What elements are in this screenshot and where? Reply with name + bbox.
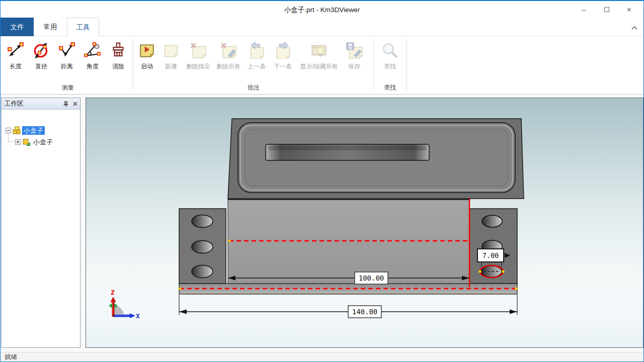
z-axis-label: Z — [111, 289, 115, 296]
ribbon-button-length[interactable]: 长度 — [4, 41, 28, 71]
tree-row-root[interactable]: 小盒子 — [6, 126, 45, 135]
note-next-icon — [274, 42, 291, 59]
tab-file[interactable]: 文件 — [1, 18, 34, 36]
ribbon-button-distance[interactable]: 距离 — [55, 41, 79, 71]
diameter-icon — [33, 42, 50, 59]
ribbon-group-measure: 长度 直径 — [4, 36, 132, 95]
close-button[interactable]: × — [618, 3, 640, 17]
ribbon-button-show-hide-all[interactable]: 显示/隐藏所有 — [296, 41, 342, 71]
ribbon-button-clear[interactable]: 清除 — [106, 41, 130, 71]
main-area: 工作区 — [1, 95, 643, 352]
group-label-annotation: 批注 — [135, 83, 372, 92]
note-start-icon — [138, 42, 155, 59]
coordinate-triad: Z X — [109, 289, 140, 320]
ribbon-button-find[interactable]: 查找 — [378, 41, 402, 71]
tree-connector — [8, 141, 15, 142]
angle-icon — [84, 42, 101, 59]
dimension-140-label[interactable]: 140.00 — [352, 308, 378, 316]
status-text: 就绪 — [5, 353, 17, 361]
app-window: 小盒子.prt - Km3DViewer – × 文件 常用 工具 — [0, 0, 644, 362]
group-separator — [133, 38, 133, 90]
ribbon-button-save-annotation[interactable]: 保存 — [343, 41, 366, 71]
workspace-panel: 工作区 — [1, 98, 80, 348]
x-axis-label: X — [136, 312, 140, 320]
note-showhide-icon — [310, 42, 328, 59]
expand-plus-icon[interactable] — [15, 139, 21, 145]
group-label-measure: 测量 — [4, 83, 132, 92]
minimize-button[interactable]: – — [573, 3, 595, 17]
ribbon-button-delete-selected[interactable]: 删除指定 — [184, 41, 213, 71]
collapse-ribbon-button[interactable] — [630, 24, 638, 30]
note-new-icon — [163, 42, 180, 59]
length-icon — [7, 42, 24, 59]
ribbon-group-find: 查找 查找 — [375, 36, 405, 95]
close-panel-icon[interactable] — [72, 101, 78, 107]
chevron-up-icon — [630, 25, 638, 31]
ribbon: 长度 直径 — [1, 36, 643, 95]
group-separator — [373, 38, 374, 90]
note-delete-all-icon — [220, 42, 237, 59]
status-bar: 就绪 — [1, 352, 643, 361]
ribbon-button-start-annotation[interactable]: 启动 — [135, 41, 158, 71]
tab-tools[interactable]: 工具 — [67, 18, 99, 37]
ribbon-button-delete-all[interactable]: 删除所有 — [214, 41, 243, 71]
part-icon — [22, 138, 30, 146]
ribbon-button-new-annotation[interactable]: 新建 — [159, 41, 183, 71]
window-title: 小盒子.prt - Km3DViewer — [1, 6, 643, 15]
titlebar[interactable]: 小盒子.prt - Km3DViewer – × — [1, 1, 643, 18]
tree-node-root-label[interactable]: 小盒子 — [22, 126, 45, 135]
workspace-panel-header: 工作区 — [2, 98, 80, 110]
ribbon-tab-row: 文件 常用 工具 — [1, 18, 643, 36]
3d-viewport-canvas[interactable]: 100.00 7.00 — [86, 98, 643, 347]
ribbon-button-next-annotation[interactable]: 下一条 — [270, 41, 295, 71]
pin-icon[interactable] — [63, 101, 69, 107]
clear-icon — [110, 42, 127, 59]
dimension-140[interactable]: 140.00 — [179, 295, 517, 318]
dimension-100-label[interactable]: 100.00 — [359, 274, 384, 282]
ribbon-button-previous-annotation[interactable]: 上一条 — [244, 41, 269, 71]
ribbon-group-annotation: 启动 新建 删除指定 — [135, 36, 372, 95]
group-label-find: 查找 — [375, 83, 405, 92]
assembly-icon — [13, 126, 21, 134]
workspace-panel-title: 工作区 — [5, 100, 24, 108]
dimension-7-label[interactable]: 7.00 — [482, 251, 499, 259]
group-separator — [406, 38, 407, 90]
3d-viewport[interactable]: 100.00 7.00 — [86, 98, 643, 348]
maximize-icon — [604, 7, 609, 12]
tab-home[interactable]: 常用 — [34, 18, 67, 36]
distance-icon — [58, 42, 75, 59]
note-prev-icon — [248, 42, 265, 59]
search-icon — [381, 42, 398, 59]
maximize-button[interactable] — [595, 3, 618, 17]
part-geometry — [179, 119, 524, 294]
y-axis-mark — [109, 303, 112, 308]
ribbon-button-angle[interactable]: 角度 — [80, 41, 105, 71]
x-axis-arrow — [130, 313, 135, 318]
collapse-minus-icon[interactable] — [6, 128, 11, 133]
note-delete-one-icon — [190, 42, 207, 59]
z-axis-arrow — [111, 297, 116, 302]
note-save-icon — [346, 42, 363, 59]
part-body — [228, 199, 469, 287]
tree-row-child[interactable]: 小盒子 — [15, 137, 54, 146]
tree-node-child-label[interactable]: 小盒子 — [32, 138, 54, 146]
ribbon-button-diameter[interactable]: 直径 — [29, 41, 54, 71]
